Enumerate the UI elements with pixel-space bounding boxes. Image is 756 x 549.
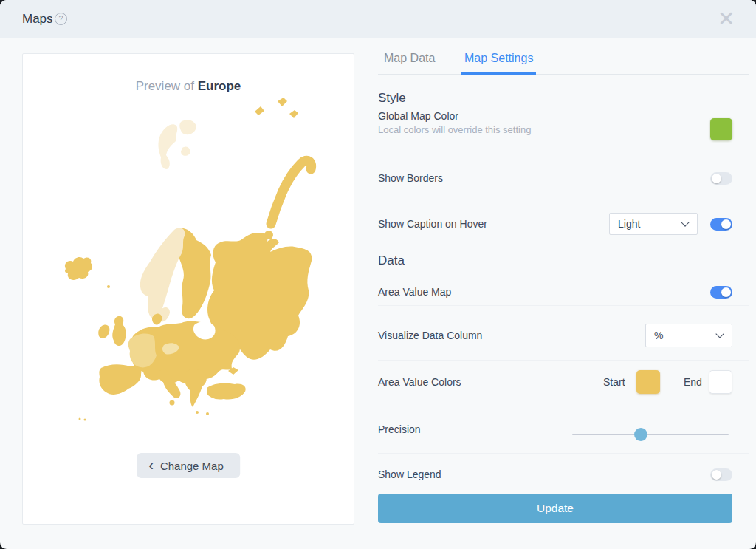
row-divider [378,305,749,306]
panel-right-divider [749,38,749,549]
dialog-title: Maps [22,0,53,38]
map-region-islands-ne [278,98,287,106]
maps-dialog: Maps ? ✕ Preview of Europe [0,0,756,549]
visualize-column-value: % [646,330,717,341]
dialog-header: Maps ? ✕ [0,0,756,38]
start-color-swatch[interactable] [636,370,660,394]
map-preview-card: Preview of Europe [22,53,354,525]
map-region-faroe [107,285,110,288]
map-region-islands-ne [255,106,264,115]
tab-map-data[interactable]: Map Data [384,52,435,75]
global-map-color-swatch[interactable] [710,118,732,140]
settings-panel: Map Data Map Settings Style Global Map C… [378,38,732,549]
end-color-swatch[interactable] [709,370,732,394]
chevron-down-icon [715,330,724,338]
chevron-down-icon [681,218,689,226]
map-region-svalbard-s [181,146,190,155]
area-value-map-toggle[interactable] [710,286,732,299]
map-region-ireland [98,324,109,338]
map-region-balkans [185,369,207,407]
toggle-knob [721,219,731,229]
toggle-knob [721,287,731,297]
precision-label: Precision [378,423,421,435]
row-divider [378,360,749,361]
start-color-label: Start [603,376,625,388]
map-region-uk [112,316,126,346]
map-region-iceland [65,257,92,280]
tab-map-settings[interactable]: Map Settings [461,52,536,75]
map-region-cyprus [206,412,209,415]
style-section-heading: Style [378,91,406,106]
chevron-left-icon: ‹ [148,454,154,476]
map-region-scandinavia [140,228,185,318]
area-value-map-label: Area Value Map [378,286,451,298]
change-map-label: Change Map [160,460,224,472]
map-region-france [128,334,157,368]
map-region-svalbard-ne [179,120,196,134]
toggle-knob [712,174,721,183]
visualize-column-select[interactable]: % [645,324,732,347]
end-color-label: End [684,376,702,388]
map-region-crete [196,411,199,414]
map-region-turkey [207,383,246,399]
map-region-canary [84,419,86,421]
visualize-column-label: Visualize Data Column [378,330,482,341]
map-region-sicily [170,400,175,406]
global-map-color-sublabel: Local colors will override this setting [378,124,531,135]
toggle-knob [712,470,721,480]
show-borders-label: Show Borders [378,172,443,184]
show-caption-label: Show Caption on Hover [378,218,487,230]
help-icon[interactable]: ? [55,13,67,25]
area-value-colors-label: Area Value Colors [378,376,461,388]
row-divider [378,453,749,454]
show-legend-toggle[interactable] [710,468,732,481]
precision-slider-track[interactable] [572,434,729,435]
global-map-color-label: Global Map Color [378,110,458,122]
show-legend-label: Show Legend [378,468,441,480]
show-caption-toggle[interactable] [710,218,732,231]
map-region-madeira [79,418,81,420]
europe-map-preview [22,75,356,422]
map-region-novaya-zemlya [271,160,312,224]
close-icon[interactable]: ✕ [718,8,735,30]
precision-slider-thumb[interactable] [634,428,647,441]
row-divider [378,406,749,406]
caption-style-value: Light [610,218,682,230]
map-region-islands-ne [289,110,298,118]
map-region-iberia [99,364,141,395]
show-borders-toggle[interactable] [710,172,732,185]
data-section-heading: Data [378,253,405,268]
map-region-svalbard [158,124,177,169]
change-map-button[interactable]: ‹ Change Map [137,453,240,478]
update-button[interactable]: Update [378,494,732,523]
tab-bar: Map Data Map Settings [378,52,749,75]
caption-style-select[interactable]: Light [609,213,698,235]
